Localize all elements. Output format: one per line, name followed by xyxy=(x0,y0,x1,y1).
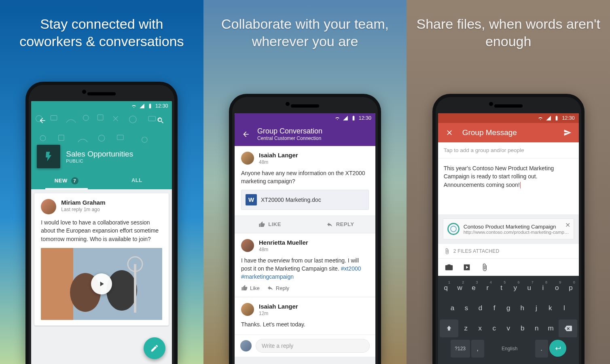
camera-button[interactable] xyxy=(444,263,454,272)
post-meta: 12m xyxy=(259,311,298,316)
keyboard: q1w2e3r4t5y6u7i8o9p0 asdfghjkl zxcvbnm ?… xyxy=(438,276,579,364)
key-o[interactable]: o9 xyxy=(551,279,563,297)
compose-body[interactable]: This year's Contoso New Product Marketin… xyxy=(438,159,579,195)
key-m[interactable]: m xyxy=(544,320,557,337)
phone-2: 12:30 Group Conversation Central Custome… xyxy=(229,94,381,364)
like-button[interactable]: LIKE xyxy=(235,216,305,233)
thumb-up-icon xyxy=(241,285,248,291)
key-r[interactable]: r4 xyxy=(481,279,494,297)
header-title: Group Conversation xyxy=(257,127,322,135)
arrow-left-icon xyxy=(38,116,47,125)
reply-input[interactable]: Write a reply xyxy=(256,339,370,353)
key-q[interactable]: q1 xyxy=(440,279,452,297)
key-u[interactable]: u7 xyxy=(523,279,535,297)
key-x[interactable]: x xyxy=(474,320,487,337)
key-g[interactable]: g xyxy=(502,299,515,317)
key-w[interactable]: w2 xyxy=(453,279,466,297)
key-i[interactable]: i8 xyxy=(537,279,549,297)
key-d[interactable]: d xyxy=(474,299,487,317)
recipients-field[interactable]: Tap to add a group and/or people xyxy=(438,142,579,159)
headline-2: Collaborate with your team, wherever you… xyxy=(203,0,407,53)
key-t[interactable]: t5 xyxy=(495,279,508,297)
attachment-card[interactable]: W XT20000 Marketing.doc xyxy=(241,190,369,210)
attachment-name: XT20000 Marketing.doc xyxy=(261,197,321,203)
hashtag[interactable]: #marketingcampaign xyxy=(241,273,294,280)
header-title: Group Message xyxy=(462,128,517,137)
wifi-icon xyxy=(538,115,543,121)
status-bar: 12:30 xyxy=(438,113,579,123)
send-button[interactable] xyxy=(562,127,573,138)
key-p[interactable]: p0 xyxy=(564,279,577,297)
post-card[interactable]: Isaiah Langer 12m Thanks. Let's meet tod… xyxy=(235,297,375,334)
post-body: I would love to have a collaborative ses… xyxy=(41,218,162,243)
battery-icon xyxy=(147,103,153,109)
like-button-inline[interactable]: Like xyxy=(241,285,260,291)
link-favicon xyxy=(447,223,460,235)
key-n[interactable]: n xyxy=(530,320,543,337)
tab-all[interactable]: ALL xyxy=(102,172,172,189)
reply-bar: Write a reply xyxy=(235,334,375,357)
play-button[interactable] xyxy=(91,273,112,294)
back-button[interactable] xyxy=(37,115,48,126)
new-count-badge: 7 xyxy=(71,177,78,184)
key-a[interactable]: a xyxy=(446,299,459,317)
attach-button[interactable] xyxy=(479,263,490,272)
post-card[interactable]: Miriam Graham Last reply 1m ago I would … xyxy=(34,193,169,326)
tab-new[interactable]: NEW 7 xyxy=(31,172,102,189)
headline-1: Stay connected with coworkers & conversa… xyxy=(0,0,203,53)
pencil-icon xyxy=(150,344,159,353)
post-card[interactable]: Isaiah Langer 48m Anyone have any new in… xyxy=(235,146,375,216)
remove-link-button[interactable]: ✕ xyxy=(565,221,570,229)
key-e[interactable]: e3 xyxy=(467,279,480,297)
phone-1: 12:30 xyxy=(25,82,178,364)
status-time: 12:30 xyxy=(562,115,574,121)
svg-rect-12 xyxy=(41,248,73,320)
key-space[interactable]: English xyxy=(485,340,534,358)
avatar xyxy=(241,239,254,252)
key-l[interactable]: l xyxy=(558,299,571,317)
close-button[interactable] xyxy=(444,127,455,138)
compose-fab[interactable] xyxy=(144,337,165,359)
key-symbols[interactable]: ?123 xyxy=(451,340,470,358)
group-visibility: PUBLIC xyxy=(66,159,133,163)
post-body: Anyone have any new information on the X… xyxy=(241,169,369,186)
key-v[interactable]: v xyxy=(502,320,515,337)
key-k[interactable]: k xyxy=(544,299,557,317)
status-bar: 12:30 xyxy=(31,101,172,111)
reply-button-inline[interactable]: Reply xyxy=(267,285,289,291)
video-button[interactable] xyxy=(462,263,472,272)
back-button[interactable] xyxy=(240,129,252,140)
key-comma[interactable]: , xyxy=(471,340,484,358)
close-icon xyxy=(445,129,453,137)
search-button[interactable] xyxy=(155,115,166,126)
wifi-icon xyxy=(335,115,340,121)
svg-rect-9 xyxy=(117,135,123,140)
link-attachment[interactable]: Contoso Product Marketing Campaign http:… xyxy=(443,218,574,239)
battery-icon xyxy=(351,115,356,121)
reply-icon xyxy=(267,285,273,291)
post-meta: Last reply 1m ago xyxy=(61,207,105,212)
reply-button[interactable]: REPLY xyxy=(305,216,375,233)
key-y[interactable]: y6 xyxy=(509,279,521,297)
key-enter[interactable] xyxy=(549,340,566,357)
key-z[interactable]: z xyxy=(460,320,472,337)
post-card[interactable]: Henrietta Mueller 48m I have the overvie… xyxy=(235,233,375,298)
key-c[interactable]: c xyxy=(488,320,501,337)
post-author: Isaiah Langer xyxy=(259,152,298,159)
key-s[interactable]: s xyxy=(460,299,473,317)
key-b[interactable]: b xyxy=(516,320,529,337)
post-media[interactable] xyxy=(41,248,162,320)
hashtag[interactable]: #xt2000 xyxy=(341,265,361,272)
key-j[interactable]: j xyxy=(530,299,543,317)
bolt-icon xyxy=(43,151,54,162)
text-cursor xyxy=(520,182,521,188)
key-h[interactable]: h xyxy=(516,299,529,317)
key-backspace[interactable] xyxy=(559,320,577,337)
key-period[interactable]: . xyxy=(535,340,548,358)
key-shift[interactable] xyxy=(440,320,458,337)
search-icon xyxy=(157,116,165,125)
play-icon xyxy=(97,280,106,288)
key-f[interactable]: f xyxy=(488,299,501,317)
files-attached-label[interactable]: 2 FILES ATTACHED xyxy=(438,243,579,259)
signal-icon xyxy=(546,115,551,121)
